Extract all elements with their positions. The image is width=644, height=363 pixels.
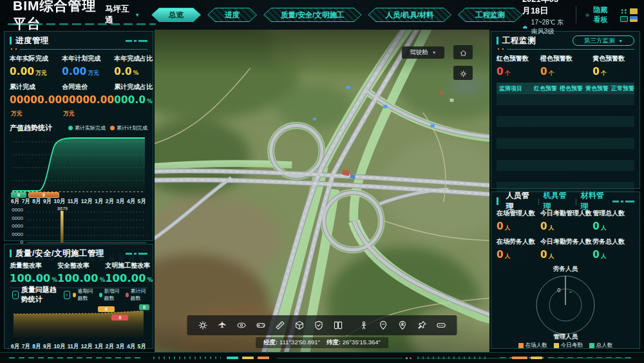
legend-item[interactable]: 总人数 (589, 342, 613, 349)
stat-item: 管理总人数 0人 (592, 207, 634, 235)
month-label: 7月 (22, 343, 30, 351)
nav-tab[interactable]: 工程监测 (458, 8, 522, 22)
project-selector[interactable]: 马坪互通 (105, 4, 129, 26)
legend-item[interactable]: 累计实际完成 (68, 124, 106, 132)
alert-stats: 红色预警数 0个 橙色预警数 0个 黄色预警数 0个 (497, 52, 634, 81)
apps-icon[interactable] (620, 8, 628, 14)
stat-value: 0 (592, 249, 600, 260)
stat-value: 00000.00 (10, 94, 62, 106)
table-row (497, 149, 634, 160)
footer-decoration (0, 352, 644, 363)
stat-item: 在场管理人数 0人 (497, 207, 540, 235)
nav-tab[interactable]: 人员/机具/材料 (368, 8, 451, 22)
stat-item: 劳务总人数 0人 (592, 235, 634, 264)
table-row (497, 171, 634, 182)
sub-decoration (10, 48, 147, 50)
nav-tab[interactable]: 质量/安全/文明施工 (263, 8, 361, 22)
progress-stats: 本年实际完成 0.00万元 本年计划完成 0.00万元 本年完成占比 0.0% … (10, 52, 147, 121)
legend-item[interactable]: 在场人数 (518, 342, 547, 349)
pin-minus-icon[interactable] (378, 320, 389, 331)
divider (576, 6, 576, 23)
cube-icon[interactable] (294, 320, 305, 331)
more-icon[interactable] (436, 320, 447, 331)
split-view-icon[interactable] (333, 320, 344, 331)
map-toolbar (187, 315, 457, 335)
app-title: BIM综合管理平台 (13, 0, 97, 33)
hide-board-button[interactable]: 隐藏看板 (585, 5, 611, 25)
next-arrow-button[interactable]: › (64, 291, 70, 299)
nav-tab[interactable]: 总览 (151, 8, 201, 22)
stat-value: 0.00 (62, 66, 86, 77)
prev-arrow-button[interactable]: ‹ (12, 291, 19, 299)
month-label: 7月 (22, 198, 30, 206)
month-label: 9月 (43, 198, 52, 206)
shield-icon[interactable] (314, 320, 325, 331)
date-text: 2021年05月18日 (522, 0, 567, 17)
latitude-value: 26°35'15.364" (343, 338, 381, 346)
radar-axis-bottom: 管理人员 (497, 333, 634, 341)
month-label: 9月 (43, 343, 52, 351)
section-bar (497, 197, 498, 205)
section-title: 质量/安全/文明施工管理 (15, 248, 104, 259)
monitor-source-selector[interactable]: 第三方监测 ▼ (573, 35, 634, 46)
ruler-icon[interactable] (275, 320, 286, 331)
quality-panel: 质量/安全/文明施工管理 质量整改率 100.00% 安全整改率 100.00%… (4, 244, 153, 349)
body-scan-icon[interactable] (359, 320, 370, 331)
legend-item[interactable]: 累计计划完成 (110, 124, 147, 132)
column-header: 监测项目 (497, 84, 531, 93)
stat-item: 累计完成 00000.00万元 (10, 81, 62, 121)
chevron-down-icon: ▼ (432, 50, 437, 55)
column-header: 红色预警 (531, 84, 557, 93)
map-settings-button[interactable] (453, 66, 473, 80)
pin-person-icon[interactable] (397, 320, 408, 331)
stat-item: 质量整改率 100.00% (10, 259, 57, 288)
table-row (497, 116, 634, 127)
stat-value: 0 (592, 66, 600, 77)
section-bar (497, 37, 498, 44)
month-label: 8月 (32, 198, 41, 206)
month-label: 10月 (54, 198, 66, 206)
stat-item: 本年计划完成 0.00万元 (62, 52, 114, 81)
month-label: 10月 (54, 343, 66, 351)
month-label: 2月 (106, 343, 114, 351)
stat-item: 黄色预警数 0个 (592, 52, 634, 81)
chevron-down-icon[interactable]: ▼ (135, 12, 140, 18)
board-icon[interactable] (630, 8, 638, 14)
map-3d-view[interactable]: 驾驶舱 ▼ 经度: 111°32'50.891" 纬度: 26°35'15.36… (155, 30, 489, 352)
stat-item: 本年完成占比 0.0% (114, 52, 153, 81)
cloud-icon (522, 24, 528, 30)
month-label: 5月 (138, 343, 146, 351)
column-header: 黄色预警 (583, 84, 609, 93)
chart-legend: 累计实际完成累计计划完成 (68, 124, 147, 132)
nav-tab[interactable]: 进度 (207, 8, 257, 22)
bar-value-label: 8679 (57, 206, 68, 211)
table-row (497, 105, 634, 116)
panel-icon[interactable] (620, 16, 628, 22)
plan-handle[interactable]: 0 (28, 192, 59, 198)
stat-item: 本年实际完成 0.00万元 (10, 52, 62, 81)
gear-icon (585, 11, 590, 19)
gear-icon[interactable] (198, 320, 209, 331)
stat-item: 橙色预警数 0个 (540, 52, 592, 81)
view-mode-selector[interactable]: 驾驶舱 ▼ (402, 46, 444, 59)
month-axis: 6月7月8月9月10月11月12月1月2月3月4月5月 (10, 342, 147, 351)
month-label: 4月 (127, 343, 135, 351)
personnel-radar-chart: 劳务人员 管理人员 0 (497, 266, 634, 341)
stat-item: 红色预警数 0个 (497, 52, 540, 81)
pushpin-icon[interactable] (417, 320, 428, 331)
stat-value: 0.00 (10, 66, 34, 77)
controller-icon[interactable] (256, 320, 267, 331)
flag-icon[interactable] (630, 16, 638, 22)
monitoring-panel: 工程监测 第三方监测 ▼ 红色预警数 0个 橙色预警数 0个 黄色预警数 0个 … (491, 31, 640, 189)
stat-item: 今日考勤劳务人数 0人 (540, 235, 592, 264)
actual-handle[interactable]: 0 (11, 192, 26, 198)
home-button[interactable] (453, 45, 473, 59)
plane-icon[interactable] (217, 320, 228, 331)
header-decoration (126, 253, 147, 255)
output-trend-chart: 0 0 6月7月8月9月10月11月12月1月2月3月4月5月 (10, 133, 147, 206)
stat-value: 0.0 (114, 66, 131, 77)
legend-item[interactable]: 今日考勤 (554, 342, 583, 349)
header: BIM综合管理平台 马坪互通 ▼ 总览进度质量/安全/文明施工人员/机具/材料工… (0, 0, 644, 30)
quality-trend-chart: 0 0 0 6月7月8月9月10月11月12月1月2月3月4月5月 (10, 300, 147, 351)
eye-icon[interactable] (236, 320, 247, 331)
